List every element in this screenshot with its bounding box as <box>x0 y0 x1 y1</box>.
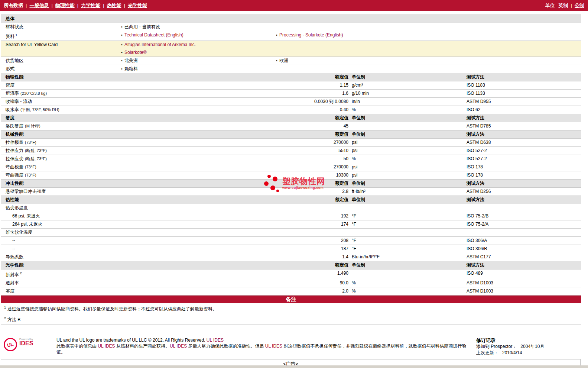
property-value: 50 <box>309 155 348 163</box>
property-label: 弯曲强度(73°F) <box>1 171 309 179</box>
general-section-title: 总体 <box>1 15 119 23</box>
nav-separator: | <box>51 3 52 8</box>
doc-link[interactable]: Technical Datasheet (English) <box>124 31 183 39</box>
ul-ides-link[interactable]: UL IDES <box>207 338 224 343</box>
disclaimer-line2: 此数据表中的信息由 UL IDES 从该材料的生产商处获得。UL IDES 尽最… <box>56 343 467 355</box>
note-row: 2方法 B <box>1 314 581 325</box>
disclaimer-text: 此数据表中的信息由 <box>56 343 98 349</box>
table-row: --187°FISO 306/B <box>1 245 581 253</box>
doc-link[interactable]: Altuglas International of Arkema Inc. <box>124 41 196 49</box>
section-header: 机械性能额定值单位制测试方法 <box>1 130 581 139</box>
ul-ides-link[interactable]: UL IDES <box>265 343 282 349</box>
bullet-line: •Processing - Solarkote (English) <box>274 31 581 39</box>
test-method: ISO 62 <box>467 106 581 114</box>
bullet-icon: • <box>119 65 124 73</box>
general-col1: •颗粒料 <box>119 65 274 73</box>
test-method: ASTM D1003 <box>467 287 581 295</box>
test-method: ISO 1183 <box>467 81 581 89</box>
test-method: ISO 306/B <box>467 245 581 253</box>
table-row: 密度1.15g/cm³ISO 1183 <box>1 81 581 90</box>
property-value: 1.4 <box>309 253 348 261</box>
bullet-icon: • <box>119 31 124 39</box>
column-header-unit: 单位制 <box>348 73 467 81</box>
column-header-value: 额定值 <box>309 130 348 138</box>
nav-item-1[interactable]: 所有数据 <box>4 2 23 9</box>
property-unit: % <box>348 106 467 114</box>
property-value: 45 <box>309 122 348 130</box>
general-row-label: 供货地区 <box>1 57 119 65</box>
property-label: 拉伸应变(断裂, 73°F) <box>1 155 309 163</box>
section-title: 物理性能 <box>1 73 309 81</box>
ul-ides-link[interactable]: UL IDES <box>98 343 115 349</box>
unit-metric-link[interactable]: 公制 <box>575 2 584 9</box>
test-method: ISO 527-2 <box>467 155 581 163</box>
table-row: 悬壁梁缺口冲击强度2.8ft·lb/in²ASTM D256 <box>1 188 581 196</box>
bullet-line: •Solarkote® <box>119 49 274 57</box>
property-condition: (M 计秤) <box>25 124 40 128</box>
disclaimer-text: 从该材料的生产商处获得。 <box>115 343 170 349</box>
nav-item-2[interactable]: 一般信息 <box>29 2 49 9</box>
general-section-header: 总体 <box>1 15 581 23</box>
property-condition: (73°F) <box>25 173 36 177</box>
table-row: 洛氏硬度(M 计秤)45ASTM D785 <box>1 122 581 130</box>
bullet-line: •Altuglas International of Arkema Inc. <box>119 41 274 49</box>
doc-link[interactable]: Solarkote® <box>124 49 147 57</box>
property-condition: (73°F) <box>25 165 36 169</box>
test-method: ISO 527-2 <box>467 147 581 155</box>
test-method: ISO 306/A <box>467 237 581 245</box>
property-unit: psi <box>348 171 467 179</box>
column-header-method: 测试方法 <box>467 130 581 138</box>
test-method: ASTM D785 <box>467 122 581 130</box>
property-value: 192 <box>309 212 348 220</box>
ul-ides-link[interactable]: UL IDES <box>170 343 187 349</box>
property-sections: 物理性能额定值单位制测试方法密度1.15g/cm³ISO 1183熔流率(230… <box>1 73 581 296</box>
test-method: ISO 489 <box>467 269 581 277</box>
column-header-value: 额定值 <box>309 73 348 81</box>
revision-title: 修订记录 <box>476 337 544 343</box>
column-header-method: 测试方法 <box>467 180 581 187</box>
property-condition: (73°F) <box>25 140 36 145</box>
property-value: 1.490 <box>309 269 348 277</box>
bullet-line: •欧洲 <box>274 57 581 65</box>
table-row: 形式•颗粒料 <box>1 65 581 73</box>
property-label: -- <box>1 245 309 253</box>
column-header-value: 额定值 <box>309 261 348 269</box>
bullet-line: •北美洲 <box>119 57 274 65</box>
column-header-value: 额定值 <box>309 196 348 204</box>
column-header-unit: 单位制 <box>348 196 467 204</box>
test-method: ASTM D955 <box>467 98 581 106</box>
section-header: 硬度额定值单位制测试方法 <box>1 114 581 122</box>
table-row: 66 psi, 未退火192°FISO 75-2/B <box>1 212 581 220</box>
general-section: 总体材料状态•已商用：当前有效资料 1•Technical Datasheet … <box>1 15 581 73</box>
nav-item-5[interactable]: 热性能 <box>107 2 121 9</box>
nav-separator: | <box>26 3 27 8</box>
nav-separator: | <box>77 3 78 8</box>
test-method: ASTM D256 <box>467 188 581 196</box>
top-nav-bar: 所有数据|一般信息|物理性能|力学性能|热性能|光学性能 单位 英制 | 公制 <box>0 0 588 11</box>
column-header-value: 额定值 <box>309 180 348 187</box>
bottom-strip <box>0 365 588 368</box>
nav-item-4[interactable]: 力学性能 <box>81 2 100 9</box>
property-value: 2.8 <box>309 188 348 196</box>
bullet-icon: • <box>274 31 279 39</box>
general-row-label: Search for UL Yellow Card <box>1 41 119 49</box>
bullet-line: •已商用：当前有效 <box>119 23 274 31</box>
general-col1: •Altuglas International of Arkema Inc.•S… <box>119 41 274 57</box>
property-value: 1.15 <box>309 81 348 89</box>
property-label: 吸水率(平衡, 73°F, 50% RH) <box>1 106 309 114</box>
property-label: 雾度 <box>1 287 309 295</box>
unit-switcher: 单位 英制 | 公制 <box>545 2 584 9</box>
property-unit: g/10 min <box>348 90 467 97</box>
property-condition: (230°C/3.8 kg) <box>20 91 47 96</box>
bullet-icon: • <box>119 23 124 31</box>
table-row: 拉伸模量(73°F)270000psiASTM D638 <box>1 139 581 147</box>
note-number: 2 <box>4 316 6 320</box>
revision-row: 上次更新：2010/4/14 <box>476 350 544 356</box>
doc-link[interactable]: Processing - Solarkote (English) <box>279 31 343 39</box>
property-unit: % <box>348 279 467 287</box>
property-label: 拉伸应力(断裂, 73°F) <box>1 147 309 155</box>
nav-item-6[interactable]: 光学性能 <box>128 2 147 9</box>
bullet-text: 颗粒料 <box>124 65 138 73</box>
nav-item-3[interactable]: 物理性能 <box>55 2 75 9</box>
property-value: 5510 <box>309 147 348 155</box>
